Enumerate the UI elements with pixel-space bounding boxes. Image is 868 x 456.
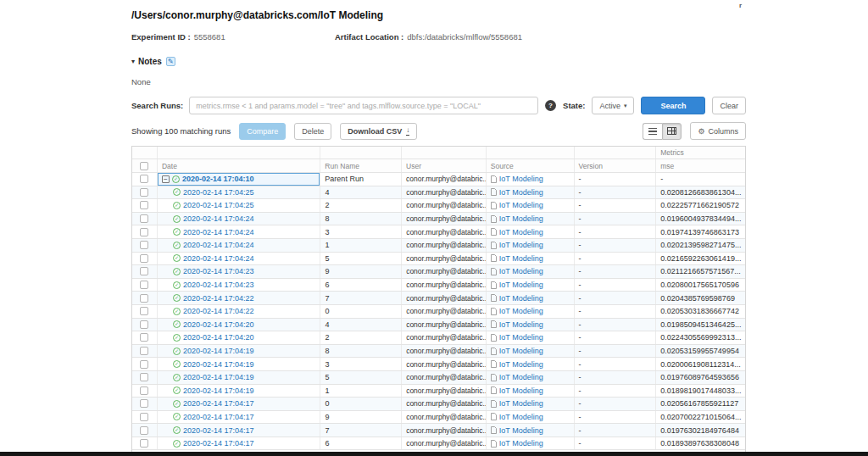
row-checkbox[interactable] [140, 386, 148, 395]
row-checkbox[interactable] [140, 201, 148, 209]
row-checkbox[interactable] [140, 281, 148, 289]
run-name: 4 [320, 319, 402, 331]
run-date-link[interactable]: 2020-02-14 17:04:24 [183, 214, 254, 223]
row-checkbox[interactable] [140, 373, 148, 381]
state-dropdown[interactable]: Active▾ [592, 97, 634, 114]
run-source-link[interactable]: IoT Modeling [499, 228, 543, 236]
run-date-link[interactable]: 2020-02-14 17:04:17 [183, 413, 254, 421]
run-source-link[interactable]: IoT Modeling [499, 413, 543, 421]
column-header-source[interactable]: Source [487, 159, 575, 172]
run-date-link[interactable]: 2020-02-14 17:04:24 [183, 228, 254, 236]
row-checkbox[interactable] [140, 254, 148, 263]
run-date-link[interactable]: 2020-02-14 17:04:10 [182, 175, 254, 183]
column-header-run-name[interactable]: Run Name [320, 159, 402, 172]
run-date-link[interactable]: 2020-02-14 17:04:19 [183, 386, 254, 395]
row-checkbox[interactable] [140, 413, 148, 421]
run-source-link[interactable]: IoT Modeling [499, 360, 543, 369]
row-checkbox[interactable] [140, 307, 148, 315]
run-source-link[interactable]: IoT Modeling [499, 439, 543, 448]
run-source-link[interactable]: IoT Modeling [499, 254, 543, 263]
collapse-icon[interactable]: − [162, 175, 170, 183]
row-checkbox[interactable] [140, 175, 148, 183]
run-mse-value: 0.0211216657571567... [656, 265, 745, 278]
row-checkbox[interactable] [140, 241, 148, 249]
search-runs-input[interactable] [189, 97, 538, 114]
row-checkbox[interactable] [140, 267, 148, 275]
run-date-link[interactable]: 2020-02-14 17:04:25 [183, 188, 254, 197]
row-checkbox[interactable] [140, 360, 148, 369]
run-source-link[interactable]: IoT Modeling [499, 320, 543, 329]
select-all-checkbox[interactable] [140, 162, 148, 170]
run-source-link[interactable]: IoT Modeling [499, 188, 543, 197]
row-checkbox[interactable] [140, 347, 148, 355]
notes-disclosure-triangle-icon[interactable]: ▾ [131, 58, 135, 65]
run-source-link[interactable]: IoT Modeling [499, 281, 543, 289]
run-source-link[interactable]: IoT Modeling [499, 241, 543, 249]
row-checkbox[interactable] [140, 320, 148, 329]
run-date-link[interactable]: 2020-02-14 17:04:19 [183, 373, 254, 381]
row-checkbox[interactable] [140, 228, 148, 236]
run-version: - [575, 173, 657, 186]
column-header-mse[interactable]: mse [656, 159, 745, 172]
row-checkbox[interactable] [140, 214, 148, 223]
run-mse-value: 0.01976089764593656 [656, 371, 745, 384]
run-source-link[interactable]: IoT Modeling [499, 386, 543, 395]
run-date-link[interactable]: 2020-02-14 17:04:23 [183, 267, 254, 275]
run-source-link[interactable]: IoT Modeling [499, 333, 543, 342]
run-source-link[interactable]: IoT Modeling [499, 373, 543, 381]
run-date-link[interactable]: 2020-02-14 17:04:17 [183, 426, 254, 435]
column-header-version[interactable]: Version [575, 159, 657, 172]
column-header-date[interactable]: Date [158, 159, 320, 172]
row-checkbox[interactable] [140, 426, 148, 435]
clear-button[interactable]: Clear [712, 97, 746, 114]
run-date-link[interactable]: 2020-02-14 17:04:25 [183, 201, 254, 209]
notebook-icon [491, 440, 497, 448]
run-date-link[interactable]: 2020-02-14 17:04:17 [183, 399, 254, 408]
column-header-user[interactable]: User [402, 159, 487, 172]
run-date-link[interactable]: 2020-02-14 17:04:20 [183, 333, 254, 342]
run-date-link[interactable]: 2020-02-14 17:04:23 [183, 281, 254, 289]
run-source-link[interactable]: IoT Modeling [499, 399, 543, 408]
run-date-link[interactable]: 2020-02-14 17:04:20 [183, 320, 254, 329]
list-view-button[interactable] [643, 123, 662, 140]
grid-view-button[interactable] [662, 123, 682, 140]
notes-edit-icon[interactable]: ✎ [166, 57, 175, 66]
row-checkbox[interactable] [140, 399, 148, 408]
row-checkbox[interactable] [140, 333, 148, 342]
run-source-link[interactable]: IoT Modeling [499, 175, 543, 183]
table-row: − ✓ 2020-02-14 17:04:19 1 conor.murphy@d… [132, 385, 745, 398]
row-checkbox[interactable] [140, 188, 148, 197]
run-date-link[interactable]: 2020-02-14 17:04:17 [183, 439, 254, 448]
search-help-icon[interactable]: ? [545, 100, 556, 111]
columns-button[interactable]: ⚙Columns [690, 122, 746, 140]
run-source-link[interactable]: IoT Modeling [499, 294, 543, 303]
run-date-link[interactable]: 2020-02-14 17:04:24 [183, 254, 254, 263]
run-date-link[interactable]: 2020-02-14 17:04:19 [183, 347, 254, 355]
run-date-link[interactable]: 2020-02-14 17:04:22 [183, 294, 254, 303]
run-date-link[interactable]: 2020-02-14 17:04:19 [183, 360, 254, 369]
run-source-link[interactable]: IoT Modeling [499, 214, 543, 223]
search-button[interactable]: Search [641, 97, 705, 114]
run-version: - [575, 305, 657, 318]
notebook-icon [491, 426, 497, 434]
run-name: 7 [320, 424, 402, 437]
row-checkbox[interactable] [140, 439, 148, 448]
notes-title[interactable]: Notes [138, 57, 162, 66]
run-source-link[interactable]: IoT Modeling [499, 307, 543, 315]
compare-button[interactable]: Compare [239, 123, 286, 140]
run-name: 6 [320, 279, 402, 292]
run-name: 9 [320, 265, 402, 278]
runs-table: Metrics Date Run Name User Source Versio… [131, 146, 746, 456]
run-status-check-icon: ✓ [173, 386, 181, 394]
run-source-link[interactable]: IoT Modeling [499, 426, 543, 435]
table-row: − ✓ 2020-02-14 17:04:23 9 conor.murphy@d… [132, 265, 745, 279]
table-row: − ✓ 2020-02-14 17:04:19 5 conor.murphy@d… [132, 371, 745, 385]
run-date-link[interactable]: 2020-02-14 17:04:24 [183, 241, 254, 249]
row-checkbox[interactable] [140, 294, 148, 303]
run-date-link[interactable]: 2020-02-14 17:04:22 [183, 307, 254, 315]
delete-button[interactable]: Delete [294, 123, 331, 140]
run-source-link[interactable]: IoT Modeling [499, 267, 543, 275]
run-source-link[interactable]: IoT Modeling [499, 201, 543, 209]
download-csv-button[interactable]: Download CSV↓ [340, 123, 417, 140]
run-source-link[interactable]: IoT Modeling [499, 347, 543, 355]
